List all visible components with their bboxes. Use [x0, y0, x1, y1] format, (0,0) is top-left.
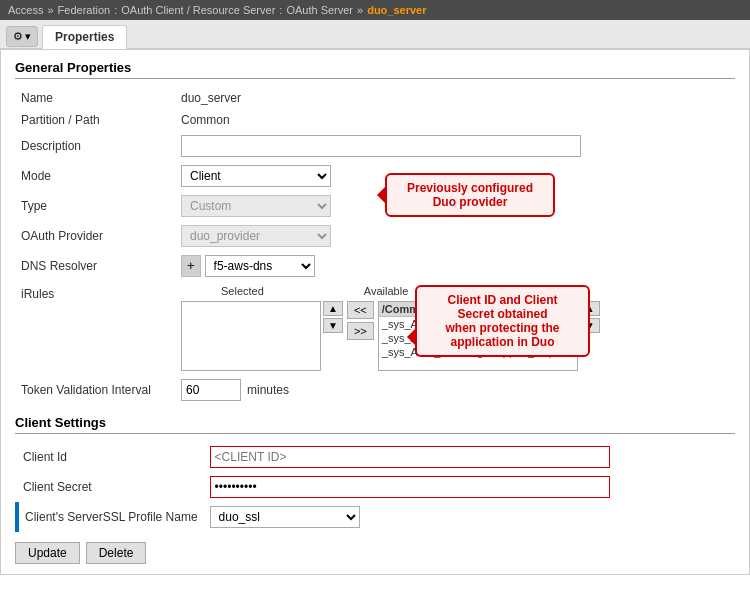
- description-label: Description: [15, 131, 175, 161]
- irules-selected-container: ▲ ▼: [181, 301, 343, 371]
- bc-federation: Federation: [58, 4, 111, 16]
- client-id-callout: Client ID and Client Secret obtained whe…: [415, 285, 590, 357]
- general-properties-table: Name duo_server Partition / Path Common …: [15, 87, 735, 405]
- type-row: Type Custom Previously configured Duo pr…: [15, 191, 735, 221]
- irules-selected-scroll-down[interactable]: ▼: [323, 318, 343, 333]
- name-label: Name: [15, 87, 175, 109]
- token-validation-row: Token Validation Interval minutes Client…: [15, 375, 735, 405]
- bc-oauth-server: OAuth Server: [286, 4, 353, 16]
- irules-label: iRules: [15, 281, 175, 375]
- dns-resolver-label: DNS Resolver: [15, 251, 175, 281]
- bottom-buttons: Update Delete: [15, 542, 735, 564]
- irules-arrow-buttons: << >>: [347, 301, 374, 340]
- partition-label: Partition / Path: [15, 109, 175, 131]
- bc-sep1: »: [47, 4, 53, 16]
- bc-sep2: :: [114, 4, 117, 16]
- update-button[interactable]: Update: [15, 542, 80, 564]
- mode-select[interactable]: Client Resource Server: [181, 165, 331, 187]
- client-id-label: Client Id: [17, 442, 204, 472]
- token-validation-unit: minutes: [247, 383, 289, 397]
- main-content: General Properties Name duo_server Parti…: [0, 49, 750, 575]
- dns-resolver-controls: + f5-aws-dns: [181, 255, 729, 277]
- token-validation-input[interactable]: [181, 379, 241, 401]
- bc-sep3: :: [279, 4, 282, 16]
- client-settings-title: Client Settings: [15, 415, 735, 434]
- client-id-row: Client Id: [17, 442, 733, 472]
- oauth-provider-label: OAuth Provider: [15, 221, 175, 251]
- ssl-profile-select[interactable]: duo_ssl: [210, 506, 360, 528]
- irules-row: iRules Selected Available ▲ ▼: [15, 281, 735, 375]
- bc-oauth-client: OAuth Client / Resource Server: [121, 4, 275, 16]
- oauth-provider-row: OAuth Provider duo_provider: [15, 221, 735, 251]
- partition-value: Common: [175, 109, 735, 131]
- irules-selected-list[interactable]: [181, 301, 321, 371]
- token-validation-label: Token Validation Interval: [15, 375, 175, 405]
- irules-move-left-button[interactable]: <<: [347, 301, 374, 319]
- client-secret-row: Client Secret: [17, 472, 733, 502]
- dns-resolver-add-button[interactable]: +: [181, 255, 201, 277]
- irules-selected-scroll-btns: ▲ ▼: [323, 301, 343, 333]
- irules-available-header: Available: [364, 285, 408, 297]
- bc-access: Access: [8, 4, 43, 16]
- name-value: duo_server: [175, 87, 735, 109]
- tab-bar: ⚙ ▾ Properties: [0, 20, 750, 49]
- irules-move-right-button[interactable]: >>: [347, 322, 374, 340]
- dns-resolver-row: DNS Resolver + f5-aws-dns: [15, 251, 735, 281]
- general-properties-title: General Properties: [15, 60, 735, 79]
- duo-provider-callout: Previously configured Duo provider: [385, 173, 555, 217]
- client-secret-label: Client Secret: [17, 472, 204, 502]
- ssl-profile-row: Client's ServerSSL Profile Name duo_ssl: [17, 502, 733, 532]
- description-input[interactable]: [181, 135, 581, 157]
- type-label: Type: [15, 191, 175, 221]
- partition-row: Partition / Path Common: [15, 109, 735, 131]
- tab-properties[interactable]: Properties: [42, 25, 127, 49]
- gear-button[interactable]: ⚙ ▾: [6, 26, 38, 47]
- client-settings-table: Client Id Client Secret Client's ServerS…: [15, 442, 735, 532]
- client-secret-input[interactable]: [210, 476, 610, 498]
- client-id-input[interactable]: [210, 446, 610, 468]
- name-row: Name duo_server: [15, 87, 735, 109]
- description-row: Description: [15, 131, 735, 161]
- mode-label: Mode: [15, 161, 175, 191]
- irules-selected-scroll-up[interactable]: ▲: [323, 301, 343, 316]
- oauth-provider-select[interactable]: duo_provider: [181, 225, 331, 247]
- irules-selected-header: Selected: [221, 285, 264, 297]
- type-select[interactable]: Custom: [181, 195, 331, 217]
- bc-sep4: »: [357, 4, 363, 16]
- gear-dropdown-icon: ▾: [25, 30, 31, 43]
- ssl-profile-label: Client's ServerSSL Profile Name: [17, 502, 204, 532]
- breadcrumb: Access » Federation : OAuth Client / Res…: [0, 0, 750, 20]
- delete-button[interactable]: Delete: [86, 542, 147, 564]
- dns-resolver-select[interactable]: f5-aws-dns: [205, 255, 315, 277]
- bc-duo-server: duo_server: [367, 4, 426, 16]
- gear-icon: ⚙: [13, 30, 23, 43]
